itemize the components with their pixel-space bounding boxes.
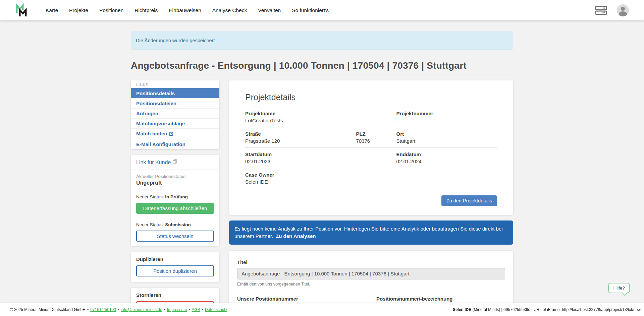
sidebar-item-anfragen[interactable]: Anfragen	[131, 108, 219, 118]
footer-session-text: (Mineral Minds) | 69576255536d | URL of …	[471, 307, 641, 312]
project-row-dates: Startdatum 02.01.2023 Enddatum 02.01.202…	[245, 147, 497, 168]
field-projektnummer: Projektnummer -	[396, 111, 497, 123]
project-row-owner: Case Owner Selen IDE	[245, 168, 497, 188]
analytics-banner-text: Es liegt noch keine Analytik zu Ihrer Po…	[234, 226, 503, 239]
field-value: Stuttgart	[396, 138, 497, 144]
alert-message: Die Änderungen wurden gespeichert	[136, 38, 215, 43]
project-row-name-number: Projektname LotCreationTests Projektnumm…	[245, 107, 497, 127]
footer-datenschutz-link[interactable]: Datenschutz	[205, 307, 227, 312]
titel-helper: Erhält den von uns vorgegebenen Titel.	[237, 282, 505, 287]
project-button-row: Zu den Projektdetails	[245, 190, 497, 206]
titel-input[interactable]	[237, 268, 505, 279]
sidebar: LINKS Positionsdetails Positionsdateien …	[131, 80, 219, 316]
our-number-label: Unsere Positionsnummer	[237, 296, 298, 302]
nav-karte[interactable]: Karte	[46, 7, 58, 13]
links-card: LINKS Positionsdetails Positionsdateien …	[131, 80, 219, 149]
footer-phone-link[interactable]: 07151/250100	[90, 307, 116, 312]
server-stack-icon	[595, 5, 607, 15]
separator-dot: •	[118, 307, 119, 312]
field-label: Enddatum	[396, 151, 497, 157]
duplicate-card: Duplizieren Position duplizieren	[131, 252, 219, 282]
sidebar-item-label: Match finden	[136, 131, 167, 136]
divider	[131, 170, 219, 170]
title-divider	[131, 75, 513, 75]
field-label: Straße	[245, 131, 356, 137]
field-label: Startdatum	[245, 151, 396, 157]
server-stack-button[interactable]	[595, 5, 607, 15]
footer-impressum-link[interactable]: Impressum	[167, 307, 187, 312]
field-case-owner: Case Owner Selen IDE	[245, 172, 497, 185]
field-value: Pragstraße 120	[245, 138, 356, 144]
new-status-1: Neuer Status: In Prüfung	[136, 194, 214, 199]
copyright-text: © 2025 Mineral Minds Deutschland GmbH	[10, 307, 86, 312]
links-card-header: LINKS	[131, 80, 219, 88]
footer-left: © 2025 Mineral Minds Deutschland GmbH • …	[10, 307, 227, 312]
main-nav: Karte Projekte Positionen Richtpreis Ein…	[46, 7, 329, 13]
nav-richtpreis[interactable]: Richtpreis	[135, 7, 158, 13]
field-value: 02.01.2023	[245, 159, 396, 164]
customer-link-label: Link für Kunde	[136, 160, 171, 166]
field-value: LotCreationTests	[245, 118, 396, 123]
custom-number-label: Positionsnummer/-bezeichnung	[376, 296, 453, 302]
user-avatar-button[interactable]	[617, 4, 629, 16]
app-logo[interactable]	[14, 3, 30, 18]
footer-email-link[interactable]: info@mineral-minds.de	[121, 307, 162, 312]
field-value: 70376	[356, 138, 396, 144]
sidebar-item-match-finden[interactable]: Match finden	[131, 128, 219, 139]
mineral-minds-logo-icon	[14, 3, 29, 18]
separator-dot: •	[87, 307, 89, 312]
field-plz: PLZ 70376	[356, 131, 396, 144]
new-status-prefix: Neuer Status:	[136, 222, 165, 227]
nav-positionen[interactable]: Positionen	[99, 7, 123, 13]
divider	[131, 218, 219, 218]
titel-label: Titel	[237, 259, 248, 265]
current-status-value: Ungeprüft	[136, 180, 214, 186]
project-details-title: Projektdetails	[245, 92, 296, 102]
nav-projekte[interactable]: Projekte	[69, 7, 88, 13]
cancel-heading: Stornieren	[136, 292, 214, 298]
footer-session-info: Selen IDE (Mineral Minds) | 69576255536d…	[453, 307, 641, 312]
analytics-banner: Es liegt noch keine Analytik zu Ihrer Po…	[229, 220, 513, 245]
new-status-2: Neuer Status: Submission	[136, 222, 214, 227]
sidebar-item-matchingvorschlaege[interactable]: Matchingvorschläge	[131, 118, 219, 128]
field-label: Case Owner	[245, 172, 497, 178]
nav-verwalten[interactable]: Verwalten	[258, 7, 281, 13]
separator-dot: •	[189, 307, 190, 312]
complete-data-entry-button[interactable]: Datenerfassung abschließen	[136, 203, 214, 214]
sidebar-item-email-konfiguration[interactable]: E-Mail Konfiguration	[131, 139, 219, 149]
sidebar-item-positionsdetails[interactable]: Positionsdetails	[131, 88, 219, 98]
separator-dot: •	[202, 307, 203, 312]
current-status-label: Aktueller Positionsstatus:	[136, 174, 214, 179]
status-card: Link für Kunde Aktueller Positionsstatus…	[131, 155, 219, 246]
sidebar-item-positionsdateien[interactable]: Positionsdateien	[131, 98, 219, 108]
nav-einbauweisen[interactable]: Einbauweisen	[169, 7, 201, 13]
duplicate-position-button[interactable]: Position duplizieren	[136, 265, 214, 276]
save-success-alert: Die Änderungen wurden gespeichert	[131, 31, 513, 50]
customer-link[interactable]: Link für Kunde	[136, 159, 177, 166]
collapse-card-button[interactable]	[496, 92, 497, 98]
footer: © 2025 Mineral Minds Deutschland GmbH • …	[0, 303, 644, 316]
field-ort: Ort Stuttgart	[396, 131, 497, 144]
user-avatar-icon	[617, 4, 629, 16]
field-label: PLZ	[356, 131, 396, 137]
project-row-address: Straße Pragstraße 120 PLZ 70376 Ort Stut…	[245, 127, 497, 147]
duplicate-heading: Duplizieren	[136, 256, 214, 262]
divider	[131, 190, 219, 190]
field-value: Selen IDE	[245, 179, 497, 185]
field-label: Ort	[396, 131, 497, 137]
top-navbar: Karte Projekte Positionen Richtpreis Ein…	[0, 0, 644, 20]
footer-user-name: Selen IDE	[453, 307, 471, 312]
help-button[interactable]: Hilfe?	[608, 283, 630, 293]
copy-icon	[172, 159, 177, 166]
nav-so-funktionierts[interactable]: So funktioniert's	[292, 7, 329, 13]
new-status-2-value: Submission	[165, 222, 191, 227]
main-content: Projektdetails Projektname LotCreationTe…	[229, 80, 513, 316]
footer-agb-link[interactable]: AGB	[192, 307, 200, 312]
separator-dot: •	[164, 307, 165, 312]
switch-status-button[interactable]: Status wechseln	[136, 231, 214, 242]
go-to-analyses-link[interactable]: Zu den Analysen	[276, 233, 316, 239]
project-details-card: Projektdetails Projektname LotCreationTe…	[229, 80, 513, 215]
go-to-project-details-button[interactable]: Zu den Projektdetails	[441, 195, 497, 206]
page-title: Angebotsanfrage - Entsorgung | 10.000 To…	[131, 60, 513, 71]
nav-analyse-check[interactable]: Analyse Check	[212, 7, 247, 13]
